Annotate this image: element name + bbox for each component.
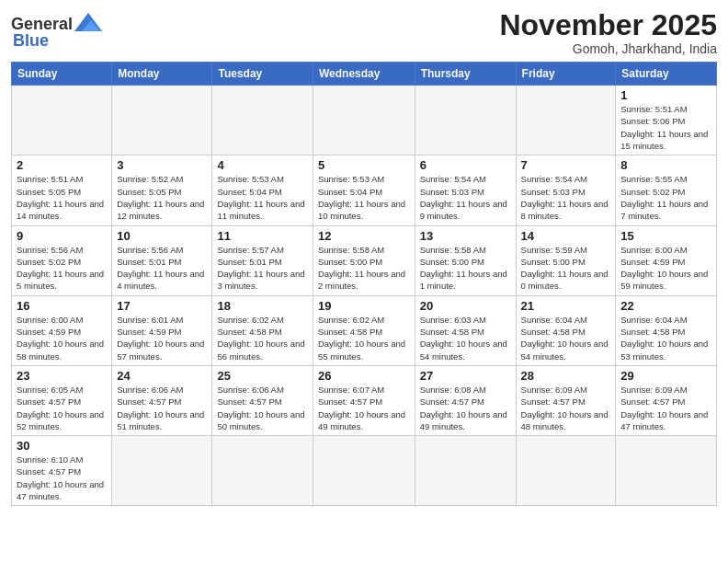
page: General Blue November 2025 Gomoh, Jharkh… — [0, 0, 728, 563]
title-block: November 2025 Gomoh, Jharkhand, India — [499, 9, 717, 56]
day-number: 2 — [17, 158, 107, 172]
day-number: 22 — [620, 299, 711, 313]
day-number: 13 — [420, 229, 511, 243]
day-number: 20 — [420, 299, 511, 313]
calendar-cell: 27Sunrise: 6:08 AM Sunset: 4:57 PM Dayli… — [415, 365, 516, 435]
calendar-header-wednesday: Wednesday — [313, 63, 415, 86]
day-info: Sunrise: 5:52 AM Sunset: 5:05 PM Dayligh… — [117, 173, 207, 222]
day-info: Sunrise: 6:03 AM Sunset: 4:58 PM Dayligh… — [420, 314, 511, 362]
day-info: Sunrise: 5:56 AM Sunset: 5:02 PM Dayligh… — [17, 244, 107, 293]
day-info: Sunrise: 6:00 AM Sunset: 4:59 PM Dayligh… — [620, 244, 711, 293]
day-number: 5 — [318, 158, 410, 172]
calendar-cell: 11Sunrise: 5:57 AM Sunset: 5:01 PM Dayli… — [212, 225, 313, 295]
day-number: 7 — [521, 158, 611, 172]
calendar-cell — [313, 436, 415, 506]
calendar-cell: 7Sunrise: 5:54 AM Sunset: 5:03 PM Daylig… — [516, 155, 616, 225]
day-info: Sunrise: 5:56 AM Sunset: 5:01 PM Dayligh… — [117, 244, 207, 293]
day-number: 19 — [318, 299, 410, 313]
calendar-cell: 2Sunrise: 5:51 AM Sunset: 5:05 PM Daylig… — [12, 155, 112, 225]
calendar-cell: 30Sunrise: 6:10 AM Sunset: 4:57 PM Dayli… — [12, 436, 112, 506]
day-info: Sunrise: 6:02 AM Sunset: 4:58 PM Dayligh… — [318, 314, 410, 362]
day-info: Sunrise: 5:58 AM Sunset: 5:00 PM Dayligh… — [420, 244, 511, 293]
calendar-header-friday: Friday — [516, 63, 616, 86]
day-number: 28 — [521, 369, 611, 383]
calendar: SundayMondayTuesdayWednesdayThursdayFrid… — [11, 62, 717, 506]
day-number: 16 — [17, 299, 107, 313]
calendar-cell: 1Sunrise: 5:51 AM Sunset: 5:06 PM Daylig… — [616, 86, 717, 155]
calendar-week-4: 23Sunrise: 6:05 AM Sunset: 4:57 PM Dayli… — [12, 365, 717, 435]
day-info: Sunrise: 5:53 AM Sunset: 5:04 PM Dayligh… — [217, 173, 307, 222]
calendar-week-0: 1Sunrise: 5:51 AM Sunset: 5:06 PM Daylig… — [12, 86, 717, 155]
calendar-header-thursday: Thursday — [415, 63, 516, 86]
calendar-week-1: 2Sunrise: 5:51 AM Sunset: 5:05 PM Daylig… — [12, 155, 717, 225]
day-number: 11 — [217, 229, 307, 243]
day-info: Sunrise: 6:05 AM Sunset: 4:57 PM Dayligh… — [17, 384, 107, 432]
day-info: Sunrise: 6:07 AM Sunset: 4:57 PM Dayligh… — [318, 384, 410, 432]
calendar-cell: 10Sunrise: 5:56 AM Sunset: 5:01 PM Dayli… — [112, 225, 212, 295]
day-number: 8 — [620, 158, 711, 172]
calendar-cell: 13Sunrise: 5:58 AM Sunset: 5:00 PM Dayli… — [415, 225, 516, 295]
calendar-header-tuesday: Tuesday — [212, 63, 313, 86]
calendar-cell — [313, 86, 415, 155]
day-number: 23 — [17, 369, 107, 383]
day-number: 10 — [117, 229, 207, 243]
calendar-cell: 12Sunrise: 5:58 AM Sunset: 5:00 PM Dayli… — [313, 225, 415, 295]
calendar-cell: 4Sunrise: 5:53 AM Sunset: 5:04 PM Daylig… — [212, 155, 313, 225]
day-info: Sunrise: 6:00 AM Sunset: 4:59 PM Dayligh… — [17, 314, 107, 362]
day-info: Sunrise: 6:04 AM Sunset: 4:58 PM Dayligh… — [521, 314, 611, 362]
day-number: 14 — [521, 229, 611, 243]
day-info: Sunrise: 6:04 AM Sunset: 4:58 PM Dayligh… — [620, 314, 711, 362]
calendar-cell: 9Sunrise: 5:56 AM Sunset: 5:02 PM Daylig… — [12, 225, 112, 295]
calendar-cell: 8Sunrise: 5:55 AM Sunset: 5:02 PM Daylig… — [616, 155, 717, 225]
day-number: 17 — [117, 299, 207, 313]
day-info: Sunrise: 6:01 AM Sunset: 4:59 PM Dayligh… — [117, 314, 207, 362]
calendar-cell — [212, 86, 313, 155]
day-number: 29 — [620, 369, 711, 383]
logo-icon — [74, 13, 102, 35]
day-info: Sunrise: 6:06 AM Sunset: 4:57 PM Dayligh… — [117, 384, 207, 432]
day-info: Sunrise: 5:51 AM Sunset: 5:06 PM Dayligh… — [620, 103, 711, 152]
calendar-header-saturday: Saturday — [616, 63, 717, 86]
calendar-cell: 17Sunrise: 6:01 AM Sunset: 4:59 PM Dayli… — [112, 295, 212, 365]
day-number: 25 — [217, 369, 307, 383]
day-number: 26 — [318, 369, 410, 383]
calendar-header-monday: Monday — [112, 63, 212, 86]
calendar-cell — [516, 436, 616, 506]
calendar-cell: 25Sunrise: 6:06 AM Sunset: 4:57 PM Dayli… — [212, 365, 313, 435]
day-info: Sunrise: 6:09 AM Sunset: 4:57 PM Dayligh… — [521, 384, 611, 432]
calendar-cell: 15Sunrise: 6:00 AM Sunset: 4:59 PM Dayli… — [616, 225, 717, 295]
day-info: Sunrise: 5:54 AM Sunset: 5:03 PM Dayligh… — [521, 173, 611, 222]
day-number: 30 — [17, 439, 107, 453]
calendar-cell: 24Sunrise: 6:06 AM Sunset: 4:57 PM Dayli… — [112, 365, 212, 435]
header: General Blue November 2025 Gomoh, Jharkh… — [11, 9, 717, 56]
day-number: 6 — [420, 158, 511, 172]
location: Gomoh, Jharkhand, India — [499, 41, 717, 56]
calendar-cell — [616, 436, 717, 506]
day-info: Sunrise: 5:51 AM Sunset: 5:05 PM Dayligh… — [17, 173, 107, 222]
day-number: 15 — [620, 229, 711, 243]
day-number: 27 — [420, 369, 511, 383]
day-info: Sunrise: 6:10 AM Sunset: 4:57 PM Dayligh… — [17, 454, 107, 502]
calendar-cell: 21Sunrise: 6:04 AM Sunset: 4:58 PM Dayli… — [516, 295, 616, 365]
day-info: Sunrise: 6:06 AM Sunset: 4:57 PM Dayligh… — [217, 384, 307, 432]
day-info: Sunrise: 5:58 AM Sunset: 5:00 PM Dayligh… — [318, 244, 410, 293]
day-number: 9 — [17, 229, 107, 243]
calendar-cell: 22Sunrise: 6:04 AM Sunset: 4:58 PM Dayli… — [616, 295, 717, 365]
day-info: Sunrise: 6:08 AM Sunset: 4:57 PM Dayligh… — [420, 384, 511, 432]
logo-blue: Blue — [13, 31, 49, 51]
logo: General Blue — [11, 13, 102, 51]
calendar-cell — [112, 436, 212, 506]
calendar-cell: 14Sunrise: 5:59 AM Sunset: 5:00 PM Dayli… — [516, 225, 616, 295]
day-number: 12 — [318, 229, 410, 243]
day-number: 3 — [117, 158, 207, 172]
calendar-week-2: 9Sunrise: 5:56 AM Sunset: 5:02 PM Daylig… — [12, 225, 717, 295]
calendar-cell — [415, 436, 516, 506]
day-info: Sunrise: 5:59 AM Sunset: 5:00 PM Dayligh… — [521, 244, 611, 293]
day-number: 21 — [521, 299, 611, 313]
calendar-cell: 28Sunrise: 6:09 AM Sunset: 4:57 PM Dayli… — [516, 365, 616, 435]
calendar-cell: 20Sunrise: 6:03 AM Sunset: 4:58 PM Dayli… — [415, 295, 516, 365]
day-info: Sunrise: 5:55 AM Sunset: 5:02 PM Dayligh… — [620, 173, 711, 222]
calendar-cell: 16Sunrise: 6:00 AM Sunset: 4:59 PM Dayli… — [12, 295, 112, 365]
day-number: 18 — [217, 299, 307, 313]
calendar-cell — [516, 86, 616, 155]
